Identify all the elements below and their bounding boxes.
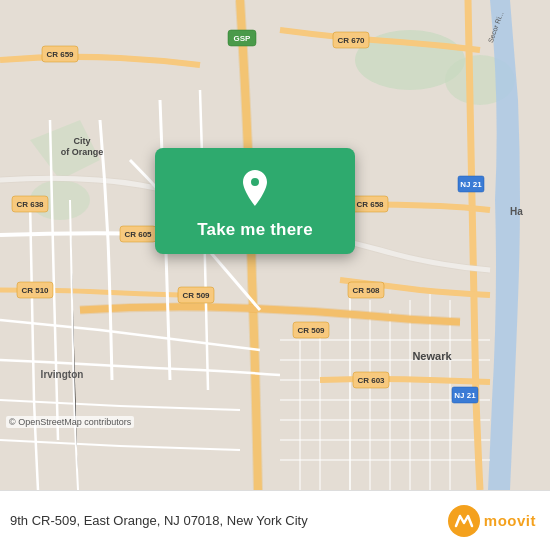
cta-card: Take me there: [155, 148, 355, 254]
svg-text:CR 509: CR 509: [297, 326, 325, 335]
bottom-bar: 9th CR-509, East Orange, NJ 07018, New Y…: [0, 490, 550, 550]
svg-text:GSP: GSP: [234, 34, 252, 43]
svg-text:CR 603: CR 603: [357, 376, 385, 385]
svg-text:CR 658: CR 658: [356, 200, 384, 209]
svg-text:City: City: [73, 136, 90, 146]
svg-text:Irvington: Irvington: [41, 369, 84, 380]
svg-text:CR 508: CR 508: [352, 286, 380, 295]
svg-text:CR 638: CR 638: [16, 200, 44, 209]
svg-text:NJ 21: NJ 21: [460, 180, 482, 189]
svg-text:CR 605: CR 605: [124, 230, 152, 239]
svg-text:CR 670: CR 670: [337, 36, 365, 45]
map-container: CR 659 GSP CR 670 Secor Ri... City of Or…: [0, 0, 550, 490]
svg-text:NJ 21: NJ 21: [454, 391, 476, 400]
location-pin-icon: [233, 166, 277, 210]
svg-text:CR 509: CR 509: [182, 291, 210, 300]
moovit-logo: moovit: [448, 505, 536, 537]
address-text: 9th CR-509, East Orange, NJ 07018, New Y…: [10, 513, 448, 528]
moovit-text: moovit: [484, 512, 536, 529]
svg-text:Newark: Newark: [412, 350, 452, 362]
svg-text:CR 659: CR 659: [46, 50, 74, 59]
svg-text:Ha: Ha: [510, 206, 523, 217]
take-me-there-button[interactable]: Take me there: [197, 220, 313, 240]
moovit-icon: [448, 505, 480, 537]
copyright-text: © OpenStreetMap contributors: [6, 416, 134, 428]
svg-text:of Orange: of Orange: [61, 147, 104, 157]
svg-text:CR 510: CR 510: [21, 286, 49, 295]
